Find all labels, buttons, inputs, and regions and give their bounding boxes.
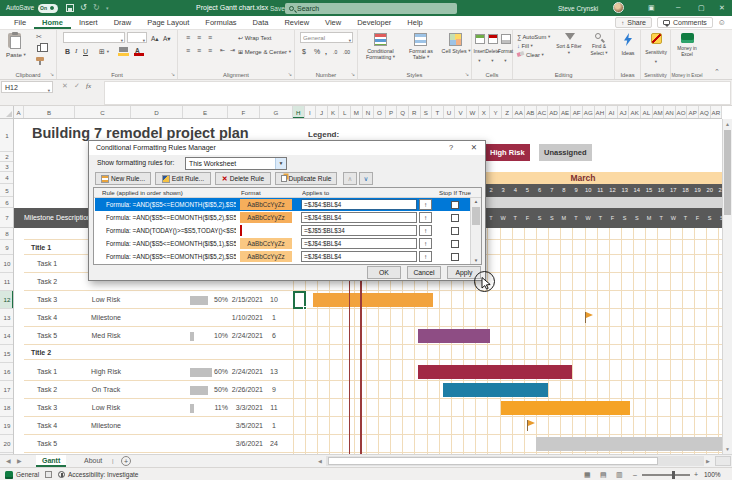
search-input[interactable]: Search: [285, 3, 457, 14]
accessibility-status[interactable]: Accessibility: Investigate: [68, 468, 138, 480]
formula-input[interactable]: [104, 81, 731, 105]
row-header-19[interactable]: 19: [0, 417, 14, 435]
cancel-entry-icon[interactable]: ✕: [62, 82, 68, 90]
sheet-tab-about[interactable]: About: [78, 455, 108, 467]
column-header-AQ[interactable]: AQ: [699, 106, 711, 119]
undo-icon[interactable]: ↺: [80, 3, 87, 13]
find-select-icon[interactable]: [595, 33, 601, 39]
fill-handle[interactable]: [303, 306, 307, 310]
feedback-smiley-icon[interactable]: ☺: [718, 18, 726, 27]
hscroll-thumb[interactable]: [328, 457, 658, 465]
alignment-dialog-launcher-icon[interactable]: ↘: [288, 71, 292, 77]
new-sheet-button[interactable]: +: [121, 456, 131, 466]
view-page-layout-icon[interactable]: ▤: [600, 468, 607, 480]
row-header-20[interactable]: 20: [0, 435, 14, 453]
column-header-P[interactable]: P: [386, 106, 398, 119]
confirm-entry-icon[interactable]: ✓: [74, 82, 80, 90]
column-header-A[interactable]: A: [14, 106, 24, 119]
column-header-Y[interactable]: Y: [490, 106, 502, 119]
rule-row[interactable]: Formula: =AND($S5<=EOMONTH($I$5,2),$S5>E…: [95, 211, 470, 224]
name-box[interactable]: H12▾: [1, 81, 53, 93]
column-header-AG[interactable]: AG: [583, 106, 595, 119]
range-select-button[interactable]: ↑: [419, 212, 432, 223]
copy-icon[interactable]: [37, 45, 43, 52]
dialog-close-icon[interactable]: ✕: [466, 141, 482, 155]
column-header-AP[interactable]: AP: [687, 106, 699, 119]
column-header-B[interactable]: B: [24, 106, 75, 119]
borders-icon[interactable]: ⊞ ▾: [99, 47, 109, 56]
increase-font-icon[interactable]: A▴: [151, 34, 159, 43]
new-rule-button[interactable]: New Rule...: [95, 172, 151, 185]
column-header-J[interactable]: J: [316, 106, 328, 119]
column-header-K[interactable]: K: [328, 106, 340, 119]
document-title[interactable]: Project Gantt chart.xlsx: [196, 4, 268, 11]
sensitivity-label[interactable]: General: [16, 468, 39, 480]
move-rule-up-button[interactable]: ∧: [343, 172, 357, 185]
row-header-1[interactable]: 1: [0, 119, 14, 152]
percent-icon[interactable]: %: [314, 47, 320, 56]
column-header-G[interactable]: G: [260, 106, 293, 119]
column-header-O[interactable]: O: [374, 106, 386, 119]
range-select-button[interactable]: ↑: [419, 238, 432, 249]
column-header-N[interactable]: N: [363, 106, 375, 119]
stop-if-true-checkbox[interactable]: [451, 227, 459, 235]
column-header-V[interactable]: V: [455, 106, 467, 119]
cut-icon[interactable]: ✂: [36, 32, 42, 41]
range-select-button[interactable]: ↑: [419, 199, 432, 210]
delete-rule-button[interactable]: ✕Delete Rule: [215, 172, 271, 185]
tab-formulas[interactable]: Formulas: [197, 16, 244, 29]
tab-nav-left-icon[interactable]: ◀: [6, 455, 11, 467]
sensitivity-label-icon[interactable]: [5, 471, 13, 479]
scroll-up-icon[interactable]: ▲: [471, 199, 481, 204]
column-header-AI[interactable]: AI: [606, 106, 618, 119]
row-header-3[interactable]: 3: [0, 162, 14, 172]
column-header-AJ[interactable]: AJ: [618, 106, 630, 119]
fill-color-icon[interactable]: [119, 47, 128, 52]
vertical-scrollbar[interactable]: ▲ ▼: [722, 119, 732, 454]
zoom-in-icon[interactable]: +: [694, 468, 698, 480]
conditional-formatting-button[interactable]: Conditional Formatting ▾: [360, 48, 401, 60]
scroll-thumb[interactable]: [472, 207, 480, 225]
row-header-12[interactable]: 12: [0, 291, 14, 309]
zoom-level[interactable]: 100%: [704, 468, 721, 480]
font-size-select[interactable]: ▾: [127, 32, 147, 43]
align-bottom-icon[interactable]: ≡: [208, 33, 212, 42]
font-dialog-launcher-icon[interactable]: ↘: [171, 71, 175, 77]
column-header-AE[interactable]: AE: [560, 106, 572, 119]
select-all-corner[interactable]: [0, 106, 14, 119]
row-header-15[interactable]: 15: [0, 345, 14, 363]
tab-view[interactable]: View: [317, 16, 349, 29]
vscroll-thumb[interactable]: [724, 130, 731, 215]
column-header-X[interactable]: X: [479, 106, 491, 119]
row-header-9[interactable]: 9: [0, 240, 14, 255]
row-header-14[interactable]: 14: [0, 327, 14, 345]
zoom-out-icon[interactable]: –: [633, 468, 637, 480]
scroll-down-icon[interactable]: ▼: [723, 444, 732, 454]
sort-filter-button[interactable]: Sort & Filter ▾: [556, 44, 582, 56]
insert-cells-icon[interactable]: [475, 34, 485, 44]
sensitivity-button[interactable]: Sensitivity▾: [641, 48, 671, 67]
format-as-table-icon[interactable]: [414, 33, 427, 46]
find-select-button[interactable]: Find & Select ▾: [586, 44, 612, 56]
redo-icon[interactable]: ↻: [93, 3, 100, 13]
sensitivity-icon[interactable]: [651, 33, 662, 44]
applies-to-input[interactable]: =$J$4:$BL$4: [301, 212, 417, 223]
tab-review[interactable]: Review: [276, 16, 317, 29]
tab-nav-right-icon[interactable]: ▶: [17, 455, 22, 467]
row-header-2[interactable]: 2: [0, 152, 14, 162]
move-rule-down-button[interactable]: ∨: [359, 172, 373, 185]
share-button[interactable]: ↑Share: [615, 17, 652, 28]
money-in-excel-icon[interactable]: [681, 33, 694, 43]
rule-row[interactable]: Formula: =AND($S5<=EOMONTH($I$5,1),$S5>E…: [95, 237, 470, 250]
clipboard-dialog-launcher-icon[interactable]: ↘: [50, 71, 54, 77]
range-select-button[interactable]: ↑: [419, 225, 432, 236]
row-header-6[interactable]: 6: [0, 197, 14, 208]
paste-icon[interactable]: [8, 33, 21, 48]
macro-record-icon[interactable]: [45, 471, 52, 478]
row-header-16[interactable]: 16: [0, 363, 14, 381]
decrease-font-icon[interactable]: A▾: [163, 34, 171, 43]
hscroll-right-icon[interactable]: ▶: [706, 456, 710, 467]
tab-home[interactable]: Home: [34, 16, 71, 29]
comments-button[interactable]: Comments: [657, 17, 713, 28]
money-in-excel-button[interactable]: Money in Excel: [671, 46, 703, 57]
